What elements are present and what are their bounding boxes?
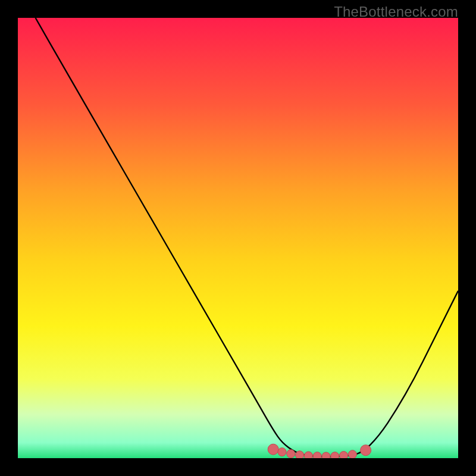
optimal-marker <box>287 450 295 458</box>
optimal-marker <box>313 452 321 458</box>
optimal-marker <box>348 450 356 458</box>
gradient-background <box>18 18 458 458</box>
optimal-marker <box>361 445 371 456</box>
optimal-marker <box>322 452 330 458</box>
optimal-marker <box>304 452 312 458</box>
optimal-marker <box>278 448 286 456</box>
bottleneck-chart <box>18 18 458 458</box>
optimal-marker <box>268 444 278 455</box>
optimal-marker <box>296 451 304 458</box>
chart-frame: TheBottleneck.com <box>0 0 476 476</box>
optimal-marker <box>340 452 348 458</box>
optimal-marker <box>331 452 339 458</box>
plot-area <box>18 18 458 458</box>
